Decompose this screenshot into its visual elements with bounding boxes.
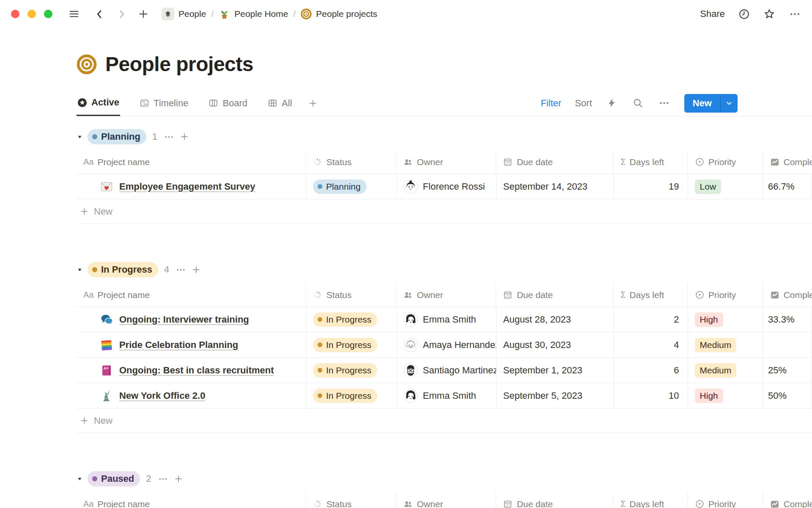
project-name-cell[interactable]: New York Office 2.0: [77, 383, 306, 408]
days-left-cell[interactable]: 4: [614, 332, 688, 357]
owner-cell[interactable]: Emma Smith: [397, 307, 497, 332]
group-more-icon[interactable]: [176, 265, 186, 275]
column-header-status[interactable]: Status: [306, 283, 396, 306]
column-header-days-left[interactable]: ΣDays left: [614, 492, 688, 508]
close-window-button[interactable]: [11, 10, 19, 18]
column-header-priority[interactable]: Priority: [688, 492, 763, 508]
add-view-icon[interactable]: [308, 90, 318, 116]
status-cell[interactable]: Planning: [306, 174, 397, 199]
days-left-cell[interactable]: 19: [614, 174, 688, 199]
filter-button[interactable]: Filter: [541, 98, 562, 109]
sort-button[interactable]: Sort: [575, 98, 592, 109]
column-header-project-name[interactable]: AaProject name: [77, 492, 306, 508]
priority-cell[interactable]: Medium: [688, 332, 763, 357]
tab-timeline[interactable]: Timeline: [139, 90, 189, 116]
completion-cell[interactable]: [763, 332, 812, 357]
group-more-icon[interactable]: [158, 474, 168, 484]
column-header-completion[interactable]: Completion: [763, 283, 812, 306]
sidebar-menu-icon[interactable]: [68, 8, 80, 20]
days-left-cell[interactable]: 6: [614, 358, 688, 383]
due-date-cell[interactable]: September 14, 2023: [497, 174, 614, 199]
add-row-button[interactable]: New: [77, 409, 812, 433]
new-button-label[interactable]: New: [684, 94, 720, 113]
owner-cell[interactable]: Florence Rossi: [397, 174, 497, 199]
view-more-icon[interactable]: [658, 97, 671, 110]
column-header-days-left[interactable]: ΣDays left: [614, 283, 688, 306]
column-header-priority[interactable]: Priority: [688, 283, 763, 306]
bullseye-icon[interactable]: [77, 54, 97, 75]
collapse-toggle-icon[interactable]: [77, 134, 88, 140]
priority-cell[interactable]: High: [688, 383, 763, 408]
add-row-button[interactable]: New: [77, 199, 812, 224]
column-header-completion[interactable]: Completion: [763, 150, 812, 174]
share-button[interactable]: Share: [700, 8, 725, 19]
completion-cell[interactable]: 33.3%: [763, 307, 812, 332]
breadcrumb-people[interactable]: People: [158, 6, 209, 22]
back-icon[interactable]: [93, 8, 106, 20]
status-cell[interactable]: In Progress: [306, 383, 397, 408]
collapse-toggle-icon[interactable]: [77, 476, 88, 482]
due-date-cell[interactable]: September 5, 2023: [497, 383, 614, 408]
column-header-status[interactable]: Status: [306, 492, 396, 508]
tab-board[interactable]: Board: [208, 90, 248, 116]
project-name-cell[interactable]: Employee Engagement Survey: [77, 174, 306, 199]
zoom-window-button[interactable]: [44, 10, 52, 18]
column-header-owner[interactable]: Owner: [396, 150, 496, 174]
status-cell[interactable]: In Progress: [306, 332, 397, 357]
project-name-link[interactable]: Ongoing: Best in class recruitment: [119, 365, 274, 376]
due-date-cell[interactable]: August 28, 2023: [497, 307, 614, 332]
column-header-due-date[interactable]: Due date: [496, 283, 614, 306]
automations-bolt-icon[interactable]: [606, 97, 618, 110]
group-add-icon[interactable]: [174, 474, 183, 483]
column-header-project-name[interactable]: AaProject name: [77, 150, 306, 174]
completion-cell[interactable]: 66.7%: [763, 174, 812, 199]
forward-icon[interactable]: [115, 8, 128, 20]
search-icon[interactable]: [632, 97, 645, 110]
days-left-cell[interactable]: 10: [614, 383, 688, 408]
tab-all[interactable]: All: [267, 90, 293, 116]
project-name-link[interactable]: Pride Celebration Planning: [119, 340, 238, 351]
minimize-window-button[interactable]: [27, 10, 36, 18]
column-header-due-date[interactable]: Due date: [496, 150, 614, 174]
due-date-cell[interactable]: August 30, 2023: [497, 332, 614, 357]
column-header-days-left[interactable]: ΣDays left: [614, 150, 688, 174]
favorite-star-icon[interactable]: [763, 8, 776, 20]
owner-cell[interactable]: Amaya Hernandez: [397, 332, 497, 357]
column-header-owner[interactable]: Owner: [396, 283, 496, 306]
project-name-cell[interactable]: Pride Celebration Planning: [77, 332, 306, 357]
due-date-cell[interactable]: September 1, 2023: [497, 358, 614, 383]
column-header-priority[interactable]: Priority: [688, 150, 763, 174]
project-name-cell[interactable]: Ongoing: Interviewer training: [77, 307, 306, 332]
column-header-status[interactable]: Status: [306, 150, 396, 174]
collapse-toggle-icon[interactable]: [77, 267, 88, 273]
project-name-link[interactable]: New York Office 2.0: [119, 390, 205, 401]
group-more-icon[interactable]: [164, 132, 174, 142]
completion-cell[interactable]: 50%: [763, 383, 812, 408]
group-status-pill[interactable]: In Progress: [88, 262, 158, 277]
chevron-down-icon[interactable]: [721, 94, 738, 113]
new-button[interactable]: New: [684, 94, 738, 113]
priority-cell[interactable]: Low: [688, 174, 763, 199]
updates-clock-icon[interactable]: [738, 8, 750, 20]
group-add-icon[interactable]: [192, 265, 201, 274]
completion-cell[interactable]: 25%: [763, 358, 812, 383]
breadcrumb-people-home[interactable]: People Home: [215, 7, 291, 22]
owner-cell[interactable]: Emma Smith: [397, 383, 497, 408]
column-header-project-name[interactable]: AaProject name: [77, 283, 306, 306]
project-name-link[interactable]: Ongoing: Interviewer training: [119, 314, 249, 325]
column-header-owner[interactable]: Owner: [396, 492, 496, 508]
days-left-cell[interactable]: 2: [614, 307, 688, 332]
project-name-link[interactable]: Employee Engagement Survey: [119, 181, 255, 192]
priority-cell[interactable]: High: [688, 307, 763, 332]
group-add-icon[interactable]: [180, 132, 189, 141]
page-title[interactable]: People projects: [105, 52, 253, 76]
owner-cell[interactable]: Santiago Martinez: [397, 358, 497, 383]
new-page-icon[interactable]: [137, 8, 150, 20]
column-header-completion[interactable]: Completion: [763, 492, 812, 508]
column-header-due-date[interactable]: Due date: [496, 492, 614, 508]
status-cell[interactable]: In Progress: [306, 307, 397, 332]
status-cell[interactable]: In Progress: [306, 358, 397, 383]
group-status-pill[interactable]: Planning: [88, 129, 146, 144]
priority-cell[interactable]: Medium: [688, 358, 763, 383]
group-status-pill[interactable]: Paused: [88, 471, 140, 486]
